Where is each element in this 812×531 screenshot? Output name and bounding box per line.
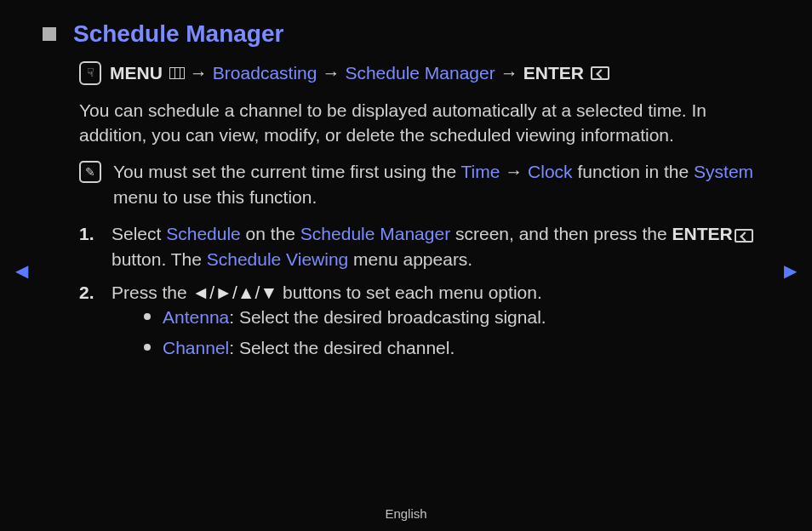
enter-label: ENTER: [672, 224, 732, 243]
step-1-text: Select Schedule on the Schedule Manager …: [112, 221, 769, 271]
note-text: You must set the current time first usin…: [113, 159, 769, 209]
bullet-icon: [144, 344, 151, 351]
language-label: English: [0, 505, 812, 522]
enter-label: ENTER: [523, 60, 584, 85]
schedule-manager-link: Schedule Manager: [300, 224, 450, 243]
intro-text: You can schedule a channel to be display…: [79, 98, 769, 148]
nav-prev-button[interactable]: ◀: [15, 259, 28, 283]
section-bullet-icon: [43, 27, 56, 41]
antenna-text: : Select the desired broadcasting signal…: [229, 307, 546, 327]
menu-grid-icon: [169, 67, 185, 79]
clock-link: Clock: [528, 162, 573, 181]
step-2: 2. Press the ◄/►/▲/▼ buttons to set each…: [79, 280, 769, 365]
breadcrumb-schedule-manager: Schedule Manager: [345, 60, 495, 85]
step-number: 2.: [79, 280, 100, 365]
time-link: Time: [461, 162, 500, 181]
page-title: Schedule Manager: [73, 17, 283, 50]
enter-icon: [735, 229, 753, 243]
step-2-text: Press the ◄/►/▲/▼ buttons to set each me…: [112, 280, 769, 305]
direction-arrows: ◄/►/▲/▼: [192, 283, 278, 302]
bullet-antenna: Antenna: Select the desired broadcasting…: [112, 305, 769, 329]
arrow-icon: →: [322, 60, 340, 85]
arrow-icon: →: [190, 60, 208, 85]
breadcrumb-broadcasting: Broadcasting: [213, 60, 317, 85]
enter-icon: [591, 66, 609, 80]
schedule-link: Schedule: [166, 224, 241, 243]
bullet-icon: [144, 313, 151, 320]
note-block: ✎ You must set the current time first us…: [79, 159, 769, 209]
schedule-viewing-link: Schedule Viewing: [207, 249, 349, 269]
remote-hand-icon: ☟: [79, 61, 101, 85]
channel-text: : Select the desired channel.: [229, 338, 455, 357]
note-icon: ✎: [79, 161, 101, 183]
step-1: 1. Select Schedule on the Schedule Manag…: [79, 221, 769, 271]
breadcrumb: ☟ MENU → Broadcasting → Schedule Manager…: [79, 60, 769, 85]
nav-next-button[interactable]: ▶: [784, 259, 797, 283]
arrow-icon: →: [500, 60, 518, 85]
menu-label: MENU: [110, 60, 163, 85]
system-link: System: [694, 162, 753, 181]
step-number: 1.: [79, 221, 100, 271]
bullet-channel: Channel: Select the desired channel.: [112, 335, 769, 360]
channel-label: Channel: [163, 338, 229, 357]
antenna-label: Antenna: [163, 307, 229, 327]
